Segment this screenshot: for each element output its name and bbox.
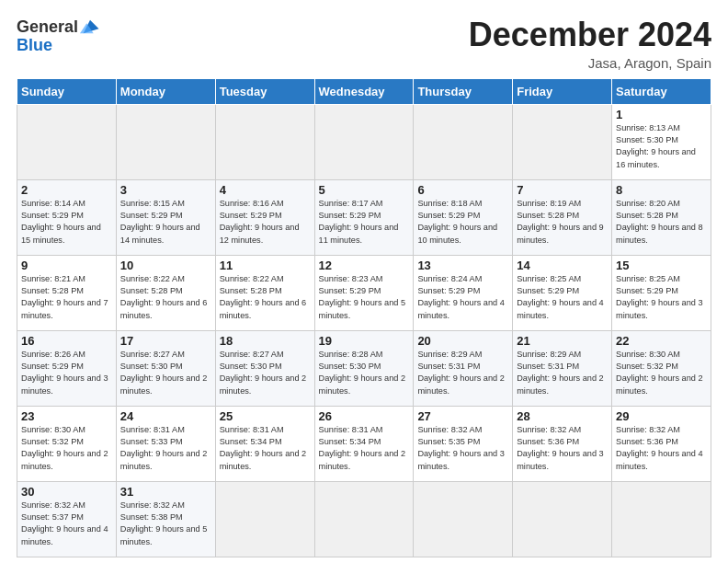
table-row	[17, 104, 117, 179]
table-row: 5 Sunrise: 8:17 AM Sunset: 5:29 PM Dayli…	[314, 179, 414, 255]
table-row	[414, 104, 513, 179]
col-tuesday: Tuesday	[215, 78, 314, 104]
day-number: 5	[319, 183, 410, 197]
day-number: 7	[517, 183, 608, 197]
table-row: 28 Sunrise: 8:32 AM Sunset: 5:36 PM Dayl…	[513, 406, 612, 481]
day-info: Sunrise: 8:22 AM Sunset: 5:28 PM Dayligh…	[220, 273, 311, 322]
calendar: Sunday Monday Tuesday Wednesday Thursday…	[17, 78, 711, 557]
table-row	[612, 481, 711, 557]
table-row: 10 Sunrise: 8:22 AM Sunset: 5:28 PM Dayl…	[116, 255, 215, 330]
table-row: 4 Sunrise: 8:16 AM Sunset: 5:29 PM Dayli…	[215, 179, 314, 255]
day-info: Sunrise: 8:24 AM Sunset: 5:29 PM Dayligh…	[417, 273, 508, 322]
day-info: Sunrise: 8:27 AM Sunset: 5:30 PM Dayligh…	[220, 349, 311, 397]
day-number: 10	[120, 259, 211, 272]
table-row: 19 Sunrise: 8:28 AM Sunset: 5:30 PM Dayl…	[314, 330, 414, 406]
table-row	[215, 481, 314, 557]
day-info: Sunrise: 8:26 AM Sunset: 5:29 PM Dayligh…	[21, 349, 112, 397]
table-row: 30 Sunrise: 8:32 AM Sunset: 5:37 PM Dayl…	[17, 481, 117, 557]
day-info: Sunrise: 8:32 AM Sunset: 5:35 PM Dayligh…	[417, 424, 508, 473]
day-number: 23	[21, 409, 112, 423]
day-number: 17	[120, 334, 211, 348]
logo-blue-text: Blue	[17, 37, 52, 53]
day-number: 14	[517, 259, 608, 272]
logo-icon	[80, 17, 100, 37]
table-row: 2 Sunrise: 8:14 AM Sunset: 5:29 PM Dayli…	[17, 179, 117, 255]
table-row: 24 Sunrise: 8:31 AM Sunset: 5:33 PM Dayl…	[116, 406, 215, 481]
day-number: 4	[220, 183, 311, 197]
calendar-week-row: 1 Sunrise: 8:13 AM Sunset: 5:30 PM Dayli…	[17, 104, 711, 179]
day-info: Sunrise: 8:13 AM Sunset: 5:30 PM Dayligh…	[616, 122, 707, 171]
day-number: 12	[319, 259, 410, 272]
table-row: 29 Sunrise: 8:32 AM Sunset: 5:36 PM Dayl…	[612, 406, 711, 481]
day-info: Sunrise: 8:25 AM Sunset: 5:29 PM Dayligh…	[517, 273, 608, 322]
day-info: Sunrise: 8:27 AM Sunset: 5:30 PM Dayligh…	[120, 349, 211, 397]
day-number: 21	[517, 334, 608, 348]
day-info: Sunrise: 8:32 AM Sunset: 5:37 PM Dayligh…	[21, 500, 112, 548]
day-info: Sunrise: 8:22 AM Sunset: 5:28 PM Dayligh…	[120, 273, 211, 322]
table-row: 21 Sunrise: 8:29 AM Sunset: 5:31 PM Dayl…	[513, 330, 612, 406]
col-saturday: Saturday	[612, 78, 711, 104]
table-row	[414, 481, 513, 557]
table-row: 7 Sunrise: 8:19 AM Sunset: 5:28 PM Dayli…	[513, 179, 612, 255]
day-info: Sunrise: 8:19 AM Sunset: 5:28 PM Dayligh…	[517, 198, 608, 247]
day-number: 20	[417, 334, 508, 348]
day-number: 30	[21, 485, 112, 499]
day-info: Sunrise: 8:32 AM Sunset: 5:36 PM Dayligh…	[517, 424, 608, 473]
calendar-header-row: Sunday Monday Tuesday Wednesday Thursday…	[17, 78, 711, 104]
day-number: 18	[220, 334, 311, 348]
day-info: Sunrise: 8:29 AM Sunset: 5:31 PM Dayligh…	[417, 349, 508, 397]
table-row: 18 Sunrise: 8:27 AM Sunset: 5:30 PM Dayl…	[215, 330, 314, 406]
table-row	[513, 104, 612, 179]
table-row: 17 Sunrise: 8:27 AM Sunset: 5:30 PM Dayl…	[116, 330, 215, 406]
table-row: 13 Sunrise: 8:24 AM Sunset: 5:29 PM Dayl…	[414, 255, 513, 330]
day-number: 16	[21, 334, 112, 348]
table-row: 6 Sunrise: 8:18 AM Sunset: 5:29 PM Dayli…	[414, 179, 513, 255]
day-info: Sunrise: 8:28 AM Sunset: 5:30 PM Dayligh…	[319, 349, 410, 397]
table-row	[215, 104, 314, 179]
table-row: 26 Sunrise: 8:31 AM Sunset: 5:34 PM Dayl…	[314, 406, 414, 481]
day-number: 27	[417, 409, 508, 423]
day-number: 24	[120, 409, 211, 423]
day-number: 8	[616, 183, 707, 197]
day-number: 15	[616, 259, 707, 272]
table-row: 9 Sunrise: 8:21 AM Sunset: 5:28 PM Dayli…	[17, 255, 117, 330]
day-number: 1	[616, 108, 707, 121]
month-title: December 2024	[469, 17, 711, 53]
table-row: 14 Sunrise: 8:25 AM Sunset: 5:29 PM Dayl…	[513, 255, 612, 330]
title-area: December 2024 Jasa, Aragon, Spain	[469, 17, 711, 71]
table-row: 11 Sunrise: 8:22 AM Sunset: 5:28 PM Dayl…	[215, 255, 314, 330]
table-row	[116, 104, 215, 179]
day-info: Sunrise: 8:17 AM Sunset: 5:29 PM Dayligh…	[319, 198, 410, 247]
header: General Blue December 2024 Jasa, Aragon,…	[17, 17, 711, 71]
col-sunday: Sunday	[17, 78, 117, 104]
day-number: 26	[319, 409, 410, 423]
day-info: Sunrise: 8:32 AM Sunset: 5:38 PM Dayligh…	[120, 500, 211, 548]
day-number: 19	[319, 334, 410, 348]
col-thursday: Thursday	[414, 78, 513, 104]
day-info: Sunrise: 8:16 AM Sunset: 5:29 PM Dayligh…	[220, 198, 311, 247]
day-info: Sunrise: 8:21 AM Sunset: 5:28 PM Dayligh…	[21, 273, 112, 322]
calendar-week-row: 2 Sunrise: 8:14 AM Sunset: 5:29 PM Dayli…	[17, 179, 711, 255]
table-row	[314, 104, 414, 179]
table-row: 25 Sunrise: 8:31 AM Sunset: 5:34 PM Dayl…	[215, 406, 314, 481]
day-number: 25	[220, 409, 311, 423]
day-info: Sunrise: 8:30 AM Sunset: 5:32 PM Dayligh…	[616, 349, 707, 397]
day-info: Sunrise: 8:31 AM Sunset: 5:34 PM Dayligh…	[319, 424, 410, 473]
day-number: 9	[21, 259, 112, 272]
table-row	[314, 481, 414, 557]
logo-general-text: General	[17, 18, 78, 35]
day-number: 11	[220, 259, 311, 272]
table-row: 20 Sunrise: 8:29 AM Sunset: 5:31 PM Dayl…	[414, 330, 513, 406]
day-number: 31	[120, 485, 211, 499]
day-info: Sunrise: 8:20 AM Sunset: 5:28 PM Dayligh…	[616, 198, 707, 247]
day-info: Sunrise: 8:23 AM Sunset: 5:29 PM Dayligh…	[319, 273, 410, 322]
logo: General Blue	[17, 17, 100, 53]
table-row	[513, 481, 612, 557]
day-info: Sunrise: 8:29 AM Sunset: 5:31 PM Dayligh…	[517, 349, 608, 397]
calendar-week-row: 9 Sunrise: 8:21 AM Sunset: 5:28 PM Dayli…	[17, 255, 711, 330]
table-row: 16 Sunrise: 8:26 AM Sunset: 5:29 PM Dayl…	[17, 330, 117, 406]
day-number: 13	[417, 259, 508, 272]
day-info: Sunrise: 8:14 AM Sunset: 5:29 PM Dayligh…	[21, 198, 112, 247]
day-info: Sunrise: 8:30 AM Sunset: 5:32 PM Dayligh…	[21, 424, 112, 473]
col-wednesday: Wednesday	[314, 78, 414, 104]
